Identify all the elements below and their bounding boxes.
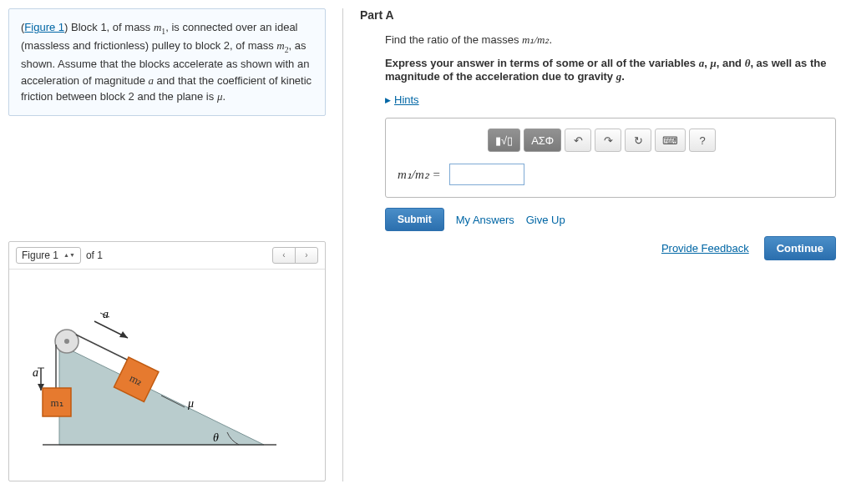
part-a-instruction: Find the ratio of the masses m₁/m₂. — [385, 33, 836, 47]
dropdown-arrows-icon: ▲▼ — [63, 253, 75, 258]
hints-toggle[interactable]: ▶ Hints — [385, 93, 836, 106]
figure-diagram: θ m₁ m₂ μ — [9, 270, 325, 481]
svg-text:m₁: m₁ — [50, 396, 63, 409]
answer-input[interactable] — [449, 164, 524, 185]
svg-marker-0 — [59, 345, 264, 445]
figure-selector[interactable]: Figure 1 ▲▼ — [16, 247, 81, 264]
redo-button[interactable]: ↷ — [595, 129, 621, 152]
problem-statement: (Figure 1) Block 1, of mass m1, is conne… — [8, 8, 326, 116]
svg-point-4 — [64, 339, 69, 344]
text: . — [222, 90, 225, 103]
answer-label: m₁/m₂ = — [398, 167, 441, 182]
figure-next-button[interactable]: › — [295, 247, 318, 264]
svg-text:a: a — [33, 366, 38, 379]
submit-button[interactable]: Submit — [385, 208, 444, 231]
give-up-link[interactable]: Give Up — [526, 214, 565, 226]
hints-label: Hints — [394, 93, 419, 106]
svg-text:θ: θ — [213, 431, 219, 444]
my-answers-link[interactable]: My Answers — [456, 214, 514, 226]
figure-of-label: of 1 — [86, 249, 103, 261]
triangle-right-icon: ▶ — [385, 96, 391, 104]
answer-box: ▮√▯ ΑΣΦ ↶ ↷ ↻ ⌨ ? m₁/m₂ = — [385, 118, 836, 198]
express-instruction: Express your answer in terms of some or … — [385, 57, 836, 83]
help-button[interactable]: ? — [689, 129, 716, 152]
figure-panel: Figure 1 ▲▼ of 1 ‹ › θ — [8, 241, 326, 481]
keyboard-button[interactable]: ⌨ — [655, 129, 686, 152]
templates-button[interactable]: ▮√▯ — [488, 129, 520, 152]
figure-prev-button[interactable]: ‹ — [272, 247, 296, 264]
reset-button[interactable]: ↻ — [625, 129, 651, 152]
text: ) Block 1, of mass — [64, 21, 154, 33]
continue-button[interactable]: Continue — [764, 236, 836, 260]
figure-link[interactable]: Figure 1 — [24, 21, 64, 33]
provide-feedback-link[interactable]: Provide Feedback — [661, 242, 749, 255]
figure-selector-label: Figure 1 — [22, 249, 58, 261]
svg-text:μ: μ — [187, 397, 194, 410]
part-a-label: Part A — [360, 8, 836, 22]
undo-button[interactable]: ↶ — [565, 129, 591, 152]
equation-toolbar: ▮√▯ ΑΣΦ ↶ ↷ ↻ ⌨ ? — [488, 129, 823, 152]
greek-button[interactable]: ΑΣΦ — [524, 129, 561, 152]
